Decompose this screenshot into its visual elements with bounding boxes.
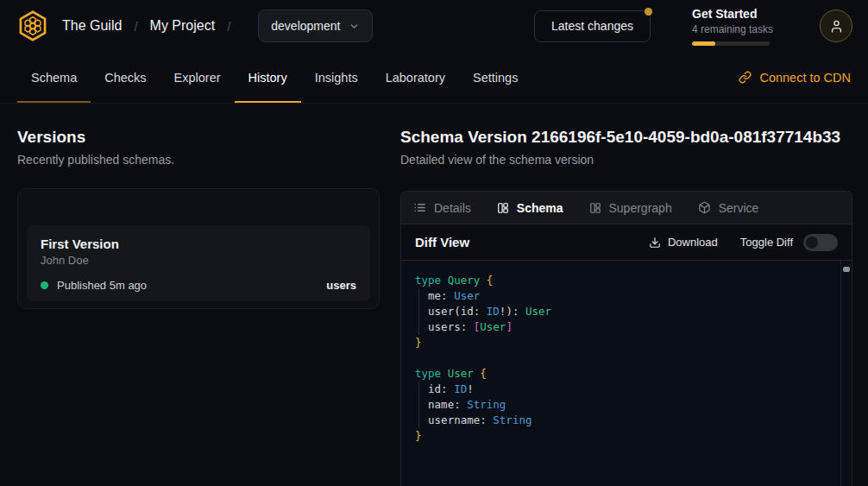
version-author: John Doe [41,254,356,267]
hive-logo-icon[interactable] [16,9,50,43]
download-button[interactable]: Download [649,236,718,249]
indent-guide [418,288,419,335]
indent-guide [418,382,419,428]
diff-actions: Download Toggle Diff [649,234,838,251]
get-started-subtitle: 4 remaining tasks [692,23,770,35]
nav-tab-settings[interactable]: Settings [459,52,531,103]
get-started-widget[interactable]: Get Started 4 remaining tasks [692,7,770,46]
diff-view-title: Diff View [415,235,469,249]
latest-changes-label: Latest changes [551,19,633,33]
version-detail-card: Details Schema Supergraph [400,191,852,486]
versions-subtitle: Recently published schemas. [17,153,380,167]
version-detail-subtitle: Detailed view of the schema version [400,153,852,167]
chevron-down-icon [349,21,360,32]
versions-panel: Versions Recently published schemas. Fir… [0,128,400,486]
diff-toolbar: Diff View Download Toggle Diff [401,224,852,261]
nav-tab-checks[interactable]: Checks [91,52,160,103]
version-title: First Version [41,237,356,251]
user-avatar-button[interactable] [820,9,852,42]
version-meta-row: Published 5m ago users [41,279,356,292]
target-nav: Schema Checks Explorer History Insights … [0,52,868,104]
cube-icon [698,201,711,214]
version-detail-title: Schema Version 2166196f-5e10-4059-bd0a-0… [400,128,852,147]
switch-knob [806,237,818,249]
vertical-scrollbar[interactable] [840,261,852,486]
link-icon [739,71,752,84]
breadcrumb-project[interactable]: My Project [150,18,216,34]
download-icon [649,237,661,249]
environment-select[interactable]: development [258,9,373,42]
tab-supergraph[interactable]: Supergraph [589,201,672,215]
versions-title: Versions [17,128,380,147]
version-detail-panel: Schema Version 2166196f-5e10-4059-bd0a-0… [400,128,852,486]
tab-schema[interactable]: Schema [497,201,563,215]
tab-service[interactable]: Service [698,201,759,215]
environment-select-value: development [271,19,340,33]
tab-details[interactable]: Details [413,201,471,215]
toggle-diff-label: Toggle Diff [740,236,793,249]
breadcrumb-separator: / [227,19,230,34]
progress-fill [692,41,715,46]
toggle-diff-switch[interactable] [803,234,838,251]
version-status: Published 5m ago [57,279,147,292]
breadcrumb-org[interactable]: The Guild [62,18,122,34]
connect-to-cdn-label: Connect to CDN [759,71,851,85]
scrollbar-thumb[interactable] [843,267,850,272]
published-status-dot [41,281,48,289]
version-list-item[interactable]: First Version John Doe Published 5m ago … [27,225,370,301]
download-label: Download [668,236,718,249]
columns-icon [589,202,601,214]
nav-tab-explorer[interactable]: Explorer [160,52,235,103]
list-icon [413,201,426,214]
versions-list-card: First Version John Doe Published 5m ago … [17,188,380,309]
get-started-title: Get Started [692,7,770,21]
nav-tab-laboratory[interactable]: Laboratory [372,52,459,103]
notification-dot [645,8,652,16]
nav-tab-schema[interactable]: Schema [17,52,91,103]
connect-to-cdn-link[interactable]: Connect to CDN [739,52,851,103]
code-lines: type Query { me: User user(id: ID!): Use… [415,273,827,444]
app-header: The Guild / My Project / development Lat… [0,0,868,52]
main-content: Versions Recently published schemas. Fir… [0,104,868,486]
detail-tabs: Details Schema Supergraph [401,192,852,224]
schema-code-editor[interactable]: type Query { me: User user(id: ID!): Use… [401,261,852,486]
get-started-progress [692,41,770,46]
columns-icon [497,202,509,214]
latest-changes-button[interactable]: Latest changes [534,10,651,42]
nav-tab-history[interactable]: History [235,52,301,103]
toggle-diff-control: Toggle Diff [740,234,838,251]
version-service-badge: users [326,279,356,292]
nav-tab-insights[interactable]: Insights [301,52,372,103]
person-icon [829,19,844,34]
breadcrumb-separator: / [134,19,137,34]
